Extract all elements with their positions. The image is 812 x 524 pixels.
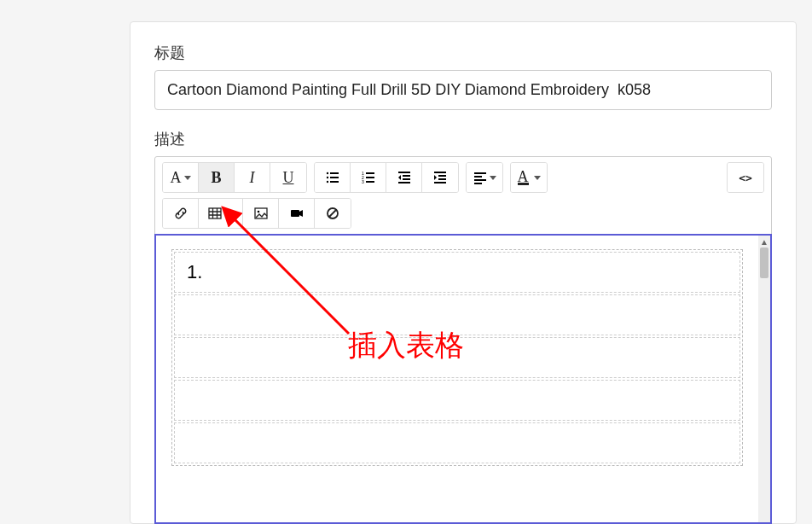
list-indent-group: 123 (314, 162, 459, 193)
table-cell[interactable]: 1. (174, 252, 740, 293)
scrollbar[interactable]: ▲ (758, 236, 770, 522)
svg-rect-17 (434, 172, 446, 173)
list-ol-icon: 123 (362, 171, 375, 184)
table-icon (208, 207, 222, 220)
svg-point-32 (257, 211, 259, 213)
svg-rect-12 (398, 172, 410, 173)
scroll-thumb[interactable] (760, 247, 768, 278)
title-input[interactable] (154, 70, 772, 110)
font-style-group: A B I U (162, 162, 307, 193)
text-color-group: A (510, 162, 548, 193)
title-label: 标题 (154, 43, 772, 63)
remove-format-button[interactable] (315, 199, 351, 228)
editor-document[interactable]: 1. (156, 236, 758, 522)
image-button[interactable] (243, 199, 279, 228)
image-icon (254, 207, 268, 220)
align-button[interactable] (467, 163, 502, 192)
editor-toolbar-row-1: A B I U 123 (155, 157, 771, 198)
svg-line-36 (329, 210, 336, 217)
svg-rect-20 (434, 182, 446, 183)
video-button[interactable] (279, 199, 315, 228)
caret-down-icon (534, 176, 541, 180)
caret-down-icon (490, 176, 496, 180)
link-icon (174, 207, 188, 220)
table-row[interactable] (174, 422, 740, 463)
svg-rect-9 (366, 177, 374, 178)
svg-rect-18 (438, 175, 446, 177)
scroll-up-icon[interactable]: ▲ (758, 236, 770, 247)
caret-down-icon (227, 212, 234, 216)
svg-rect-5 (330, 181, 339, 183)
ban-icon (326, 207, 339, 220)
svg-rect-14 (403, 178, 410, 180)
editor-content-area[interactable]: 1. ▲ (154, 234, 772, 524)
indent-icon (433, 171, 447, 184)
svg-marker-21 (434, 175, 437, 180)
code-view-group: <> (727, 162, 764, 193)
svg-rect-1 (330, 172, 339, 174)
underline-button[interactable]: U (270, 163, 306, 192)
svg-rect-26 (209, 208, 221, 218)
svg-rect-15 (398, 182, 410, 183)
table-row[interactable]: 1. (174, 252, 740, 293)
svg-rect-7 (366, 172, 374, 174)
svg-text:3: 3 (362, 179, 364, 184)
svg-rect-24 (474, 179, 486, 181)
form-card: 标题 描述 A B I U (130, 21, 797, 524)
editor-toolbar-row-2 (155, 198, 771, 234)
svg-rect-13 (403, 175, 410, 177)
table-button[interactable] (199, 199, 243, 228)
svg-point-4 (326, 181, 328, 183)
svg-point-0 (326, 172, 328, 174)
table-cell[interactable] (174, 380, 740, 421)
table-row[interactable] (174, 294, 740, 335)
inserted-table[interactable]: 1. (171, 249, 743, 466)
bold-button[interactable]: B (199, 163, 235, 192)
svg-rect-3 (330, 177, 339, 178)
text-color-button[interactable]: A (511, 163, 547, 192)
video-icon (290, 207, 304, 220)
svg-rect-25 (474, 183, 482, 184)
table-row[interactable] (174, 337, 740, 378)
svg-rect-11 (366, 181, 374, 183)
svg-marker-34 (299, 210, 303, 217)
svg-marker-16 (398, 175, 401, 180)
link-button[interactable] (163, 199, 199, 228)
font-family-button[interactable]: A (163, 163, 199, 192)
ordered-list-button[interactable]: 123 (351, 163, 386, 192)
outdent-button[interactable] (386, 163, 422, 192)
svg-rect-22 (474, 172, 486, 174)
rich-text-editor: A B I U 123 (154, 156, 772, 524)
table-cell[interactable] (174, 294, 740, 335)
description-label: 描述 (154, 129, 772, 149)
table-cell[interactable] (174, 422, 740, 463)
indent-button[interactable] (422, 163, 458, 192)
italic-button[interactable]: I (235, 163, 270, 192)
align-group (466, 162, 503, 193)
svg-rect-23 (474, 176, 482, 178)
unordered-list-button[interactable] (315, 163, 351, 192)
outdent-icon (397, 171, 411, 184)
svg-rect-19 (438, 178, 446, 180)
table-cell[interactable] (174, 337, 740, 378)
svg-point-2 (326, 177, 328, 178)
code-view-button[interactable]: <> (728, 163, 763, 192)
list-ul-icon (326, 171, 339, 184)
svg-rect-33 (291, 210, 299, 217)
table-row[interactable] (174, 380, 740, 421)
insert-group (162, 198, 351, 229)
align-left-icon (473, 171, 487, 184)
caret-down-icon (184, 176, 191, 180)
